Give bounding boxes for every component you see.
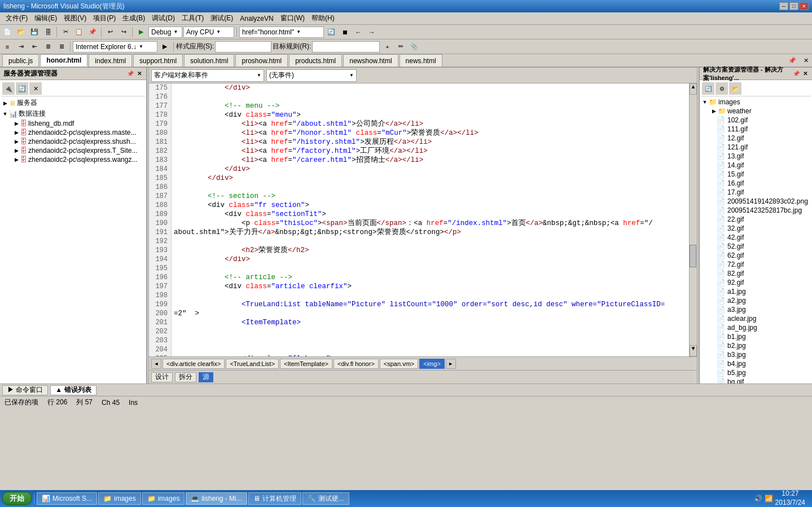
cpu-dropdown[interactable]: Any CPU ▼ (183, 27, 234, 38)
scroll-up[interactable]: ▲ (690, 83, 697, 95)
event-dropdown[interactable]: (无事件) ▼ (266, 69, 357, 82)
code-line-185[interactable]: </div> (174, 174, 687, 183)
code-line-190[interactable]: <p class="thisLoc"><span>当前页面</span>：<a … (174, 219, 687, 228)
forward-btn[interactable]: → (366, 26, 378, 38)
code-line-194[interactable]: </div> (174, 255, 687, 264)
nav-item-1[interactable]: <TrueLand:List> (226, 359, 279, 369)
code-lines[interactable]: </div> <!-- menu --> <div class="menu"> … (172, 83, 689, 356)
file-a3.jpg[interactable]: 📄a3.jpg (701, 305, 811, 314)
minimize-button[interactable]: ─ (779, 2, 788, 10)
tab-news-html[interactable]: news.html (400, 54, 442, 67)
panel-pin-btn[interactable]: 📌 (126, 70, 135, 77)
tab-proshow-html[interactable]: proshow.html (235, 54, 288, 67)
maximize-button[interactable]: □ (789, 2, 798, 10)
file-52.gif[interactable]: 📄52.gif (701, 242, 811, 251)
db2-expand[interactable]: ▶ (12, 130, 20, 135)
server-add-btn[interactable]: 🔌 (2, 82, 15, 95)
menu-view[interactable]: 视图(V) (60, 12, 90, 24)
taskbar-item-5[interactable]: 🔧 测试硬... (302, 492, 349, 505)
design-btn[interactable]: 设计 (151, 372, 173, 382)
code-line-202[interactable] (174, 327, 687, 336)
taskbar-item-3[interactable]: 💻 lisheng - Mi... (186, 492, 247, 505)
code-line-179[interactable]: <li><a href="/about.shtml">公司简介</a></li> (174, 120, 687, 129)
refresh-btn[interactable]: 🔄 (325, 26, 337, 38)
db-zhendaoidc1[interactable]: ▶ 🗄 zhendaoidc2-pc\sqlexpress.maste... (1, 128, 145, 137)
nav-item-2[interactable]: <ItemTemplate> (280, 359, 332, 369)
nav-next-btn[interactable]: ► (446, 359, 456, 369)
nav-item-4[interactable]: <span.vm> (380, 359, 418, 369)
code-line-188[interactable]: <div class="fr section"> (174, 201, 687, 210)
data-expand[interactable]: ▼ (1, 111, 9, 117)
rule-dropdown[interactable] (312, 41, 380, 52)
rt-properties-btn[interactable]: ⚙ (716, 82, 728, 95)
code-line-180[interactable]: <li><a href="/honor.shtml" class="mCur">… (174, 129, 687, 138)
nav-item-0[interactable]: <div.article clearfix> (163, 359, 225, 369)
taskbar-item-2[interactable]: 📁 images (142, 492, 185, 505)
file-22.gif[interactable]: 📄22.gif (701, 215, 811, 224)
nav-item-5[interactable]: <img> (419, 359, 445, 369)
file-72.gif[interactable]: 📄72.gif (701, 260, 811, 269)
weather-expand[interactable]: ▶ (710, 108, 718, 114)
indent-btn[interactable]: ⇥ (15, 41, 27, 53)
code-line-177[interactable]: <!-- menu --> (174, 102, 687, 111)
file-200951423252817bc.jpg[interactable]: 📄200951423252817bc.jpg (701, 206, 811, 215)
code-line-199[interactable]: <TrueLand:List tableName="Picture" listC… (174, 300, 687, 309)
right-pin-btn[interactable]: 📌 (792, 70, 801, 77)
server-del-btn[interactable]: ✕ (29, 82, 42, 95)
scroll-down[interactable]: ▼ (690, 345, 697, 356)
db1-expand[interactable]: ▶ (12, 121, 20, 126)
tab-public-js[interactable]: public.js (2, 54, 39, 67)
code-line-183[interactable]: <li><a href="/career.html">招贤纳士</a></li> (174, 156, 687, 165)
edit-rule-btn[interactable]: ✏ (394, 41, 407, 53)
debug-dropdown[interactable]: Debug ▼ (148, 27, 182, 38)
menu-build[interactable]: 生成(B) (119, 12, 148, 24)
stop-btn[interactable]: ⏹ (339, 26, 351, 38)
clock[interactable]: 10:27 2013/7/24 (775, 490, 805, 507)
tab-index-html[interactable]: index.html (89, 54, 132, 67)
menu-file[interactable]: 文件(F) (2, 12, 31, 24)
code-line-178[interactable]: <div class="menu"> (174, 111, 687, 120)
file-b4.jpg[interactable]: 📄b4.jpg (701, 359, 811, 368)
new-btn[interactable]: 📄 (1, 26, 14, 38)
file-14.gif[interactable]: 📄14.gif (701, 161, 811, 170)
images-expand[interactable]: ▼ (701, 99, 709, 105)
file-13.gif[interactable]: 📄13.gif (701, 152, 811, 161)
cut-btn[interactable]: ✂ (59, 26, 72, 38)
tab-newshow-html[interactable]: newshow.html (343, 54, 398, 67)
split-btn[interactable]: 拆分 (175, 372, 196, 382)
file-17.gif[interactable]: 📄17.gif (701, 188, 811, 197)
attach-btn[interactable]: 📎 (408, 41, 420, 53)
start-button[interactable]: 开始 (2, 492, 32, 505)
data-connection-node[interactable]: ▼ 📊 数据连接 (1, 108, 145, 119)
code-line-186[interactable] (174, 183, 687, 192)
scroll-thumb[interactable] (690, 245, 696, 267)
file-a1.jpg[interactable]: 📄a1.jpg (701, 287, 811, 296)
server-refresh-btn[interactable]: 🔄 (16, 82, 28, 95)
error-list-tab[interactable]: ▲ 错误列表 (50, 385, 96, 395)
open-btn[interactable]: 📂 (15, 26, 27, 38)
weather-folder[interactable]: ▶ 📁 weather (701, 107, 811, 116)
code-line-200[interactable]: =2" > (174, 309, 687, 318)
href-dropdown[interactable]: href="honor.html" ▼ (239, 27, 324, 38)
code-line-191[interactable]: about.shtml">关于力升</a>&nbsp;&gt;&nbsp;<st… (174, 228, 687, 237)
file-102.gif[interactable]: 📄102.gif (701, 116, 811, 125)
file-15.gif[interactable]: 📄15.gif (701, 170, 811, 179)
db-zhendaoidc4[interactable]: ▶ 🗄 zhendaoidc2-pc\sqlexpress.wangz... (1, 155, 145, 164)
undo-btn[interactable]: ↩ (104, 26, 116, 38)
code-line-197[interactable]: <div class="article clearfix"> (174, 282, 687, 291)
code-line-175[interactable]: </div> (174, 83, 687, 92)
file-42.gif[interactable]: 📄42.gif (701, 233, 811, 242)
copy-btn[interactable]: 📋 (73, 26, 85, 38)
file-a2.jpg[interactable]: 📄a2.jpg (701, 296, 811, 305)
code-line-181[interactable]: <li><a href="/history.shtml">发展历程</a></l… (174, 138, 687, 147)
db-zhendaoidc3[interactable]: ▶ 🗄 zhendaoidc2-pc\sqlexpress.T_Site... (1, 146, 145, 155)
rt-refresh-btn[interactable]: 🔄 (702, 82, 714, 95)
file-ad_bg.jpg[interactable]: 📄ad_bg.jpg (701, 323, 811, 332)
style-dropdown[interactable] (215, 41, 271, 52)
taskbar-item-1[interactable]: 📁 images (98, 492, 141, 505)
code-line-198[interactable] (174, 291, 687, 300)
menu-window[interactable]: 窗口(W) (277, 12, 308, 24)
code-line-196[interactable]: <!-- article --> (174, 273, 687, 282)
file-62.gif[interactable]: 📄62.gif (701, 251, 811, 260)
nav-prev-btn[interactable]: ◄ (151, 359, 161, 369)
